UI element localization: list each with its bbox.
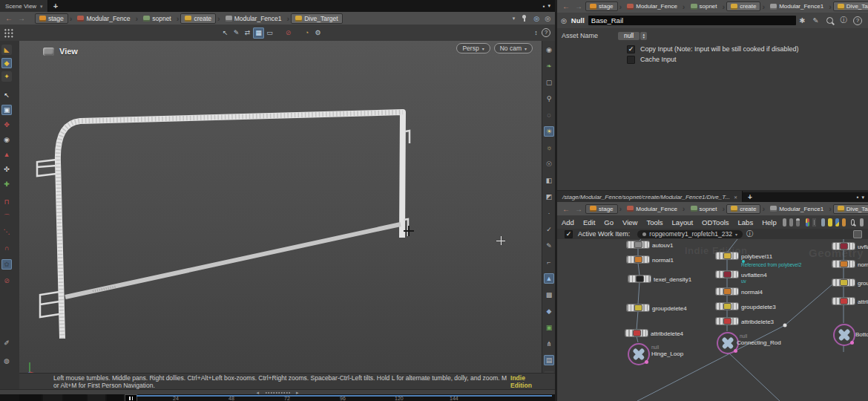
handles-tool-icon[interactable]: ◆ (1, 58, 12, 68)
construction-plane-icon[interactable]: ✿ (1, 259, 12, 270)
brush-icon[interactable]: ✎ (813, 16, 819, 25)
snap-grid-icon[interactable]: ⊓ (1, 197, 12, 207)
node-groupdelete4[interactable] (627, 304, 649, 311)
select-settings-icon[interactable]: ⚙︎ (312, 27, 323, 39)
node-shot-icon[interactable] (821, 218, 825, 226)
breadcrumb-item-modular-fence[interactable]: Modular_Fence (73, 14, 134, 23)
rotate-icon[interactable]: ◉ (1, 134, 12, 145)
playhead[interactable] (125, 394, 137, 401)
tab-dropdown-icon[interactable] (40, 3, 43, 10)
new-tab-button[interactable]: + (48, 1, 63, 10)
breadcrumb-item-modular-fence1[interactable]: Modular_Fence1 (766, 2, 827, 10)
work-item-selector[interactable]: ropgeometry1_ropfetch1_232 ▾ (637, 230, 743, 238)
menu-help[interactable]: Help (757, 218, 781, 226)
zoom-view-icon[interactable]: ◌ (544, 110, 554, 120)
nav-back-icon[interactable]: ← (3, 14, 15, 22)
disable-snap-icon[interactable]: ⊘ (1, 276, 12, 286)
help-icon[interactable]: ? (853, 16, 862, 25)
table-view-icon[interactable] (853, 230, 862, 238)
group-box-icon[interactable]: ▣ (544, 322, 554, 333)
breadcrumb-item-stage[interactable]: stage (585, 204, 618, 214)
path-dropdown-icon[interactable]: ▾ (510, 16, 518, 22)
breadcrumb-item-create[interactable]: create (180, 13, 216, 24)
gear-icon[interactable]: ✱ (800, 16, 806, 25)
shading-mode-icon[interactable]: ◧ (544, 175, 554, 186)
snap-magnet-icon[interactable]: ∩ (1, 243, 12, 253)
help-icon[interactable]: ? (542, 28, 550, 37)
menu-edit[interactable]: Edit (579, 218, 599, 226)
breadcrumb-item-create[interactable]: create (726, 1, 760, 11)
color-grid-icon[interactable] (806, 218, 809, 226)
box-select-icon[interactable]: ▭ (264, 27, 275, 39)
image-note-icon[interactable] (835, 218, 839, 226)
node-texel-density1[interactable] (628, 276, 651, 282)
sticky-note-icon[interactable] (828, 218, 832, 226)
nav-forward-icon[interactable]: → (16, 14, 27, 22)
cache-input-checkbox[interactable] (627, 56, 635, 64)
node-normal1[interactable] (627, 256, 649, 263)
pin-icon[interactable] (521, 15, 527, 22)
world-space-icon[interactable]: ◍ (1, 356, 12, 366)
asset-name-select[interactable]: null (618, 32, 640, 40)
pin-view-icon[interactable]: ⚲ (544, 94, 554, 104)
select-groups-icon[interactable]: ◔ (301, 27, 312, 39)
new-tab-button[interactable]: + (743, 193, 757, 201)
node-groupdelete-right[interactable] (832, 279, 855, 286)
view-eye-icon[interactable]: ◉ (544, 45, 554, 55)
high-quality-light-icon[interactable]: ☉ (544, 159, 554, 169)
network-search-icon[interactable] (851, 219, 855, 226)
frame-corner-icon[interactable]: ⌐ (544, 257, 554, 267)
breadcrumb-item-sopnet[interactable]: sopnet (139, 14, 175, 23)
nav-back-icon[interactable]: ← (560, 2, 572, 10)
node-connecting-rod-null[interactable] (717, 332, 739, 354)
uv-checker-icon[interactable]: ▩ (544, 290, 554, 300)
snap-curve-icon[interactable]: ⌒ (1, 212, 12, 222)
node-name-field[interactable]: Base_Rail (588, 16, 796, 25)
pane-maximize-icon[interactable]: ▪ (543, 3, 545, 10)
node-bypass-icon[interactable]: ◎ (561, 17, 567, 25)
timeline[interactable]: 24 48 72 96 120 144 (0, 394, 555, 401)
breadcrumb-item-stage[interactable]: stage (35, 13, 68, 24)
hierarchy-icon[interactable] (789, 218, 793, 226)
translate-icon[interactable]: ✥ (1, 120, 12, 130)
select-disabled-icon[interactable]: ⊘ (283, 27, 294, 39)
measure-tool-icon[interactable]: ✐ (1, 338, 12, 348)
breadcrumb-item-dive-target[interactable]: Dive_Target (291, 13, 342, 24)
menu-tools[interactable]: Tools (642, 218, 667, 226)
pane-maximize-icon[interactable]: ▪ (857, 194, 859, 200)
menu-odtools[interactable]: ODTools (697, 218, 733, 226)
menu-add[interactable]: Add (557, 218, 579, 226)
node-uvflatten-right[interactable] (832, 243, 855, 250)
tab-close-icon[interactable]: ✕ (734, 195, 737, 200)
breadcrumb-item-dive-target[interactable]: Dive_Target (833, 1, 868, 11)
list-icon[interactable] (796, 218, 800, 226)
node-groupdelete3[interactable] (716, 303, 738, 310)
lock-view-icon[interactable]: ▢ (544, 77, 554, 88)
copy-input-checkbox[interactable]: ✓ (627, 45, 635, 53)
snapshot-icon[interactable]: ▤ (544, 355, 554, 365)
breadcrumb-item-modular-fence1[interactable]: Modular_Fence1 (222, 14, 286, 23)
show-geometry-icon[interactable]: ❧ (544, 61, 554, 71)
node-normal4[interactable] (716, 288, 738, 295)
asset-name-spinner[interactable]: ▴▾ (640, 32, 647, 40)
headlight-icon[interactable]: ☀ (544, 126, 554, 137)
node-attribdelete3[interactable] (716, 318, 738, 325)
background-image-icon[interactable]: ▲ (544, 273, 554, 284)
display-point-icon[interactable]: · (544, 208, 554, 218)
node-normal-right[interactable] (832, 261, 855, 267)
link-icon[interactable]: ◎ (545, 15, 550, 22)
node-bottom-null[interactable] (833, 324, 855, 346)
handles-mode-icon[interactable]: ⇄ (242, 27, 253, 39)
active-work-item-checkbox[interactable]: ✓ (565, 230, 573, 238)
pane-menu-caret-icon[interactable]: ▾ (548, 3, 550, 9)
menu-layout[interactable]: Layout (668, 218, 698, 226)
breadcrumb-item-sopnet[interactable]: sopnet (687, 205, 721, 213)
nav-forward-icon[interactable]: → (573, 205, 585, 213)
display-options-icon[interactable] (860, 218, 864, 226)
search-icon[interactable] (826, 17, 833, 24)
node-attribdelete-right[interactable] (832, 298, 855, 304)
breadcrumb-item-sopnet[interactable]: sopnet (687, 2, 721, 10)
tool-grid-icon[interactable] (4, 28, 13, 38)
breadcrumb-item-modular-fence[interactable]: Modular_Fence (623, 205, 681, 213)
normal-lighting-icon[interactable]: ☼ (544, 143, 554, 153)
